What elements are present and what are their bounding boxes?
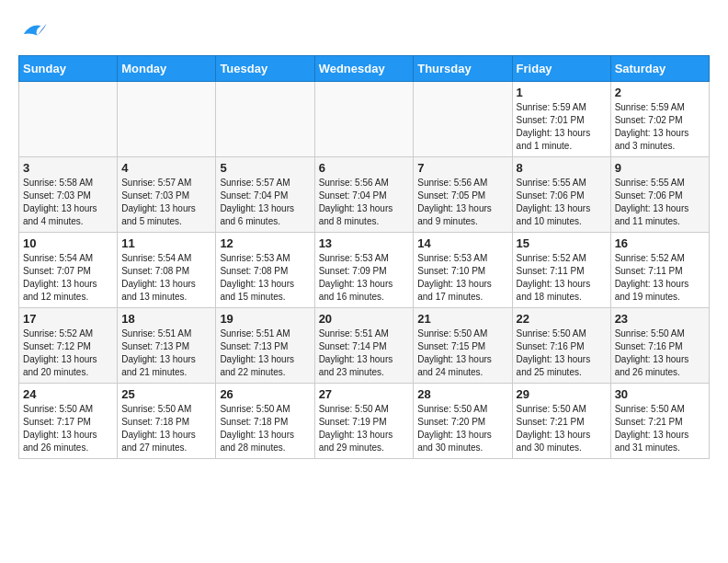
day-number: 4 — [121, 161, 211, 175]
day-info: Sunrise: 5:51 AM Sunset: 7:13 PM Dayligh… — [121, 327, 211, 379]
day-cell: 12Sunrise: 5:53 AM Sunset: 7:08 PM Dayli… — [216, 233, 314, 308]
day-info: Sunrise: 5:54 AM Sunset: 7:07 PM Dayligh… — [23, 252, 113, 304]
day-info: Sunrise: 5:50 AM Sunset: 7:20 PM Dayligh… — [417, 403, 507, 454]
weekday-header-sunday: Sunday — [19, 56, 118, 82]
day-info: Sunrise: 5:50 AM Sunset: 7:19 PM Dayligh… — [319, 403, 410, 454]
day-number: 3 — [23, 161, 113, 175]
day-info: Sunrise: 5:50 AM Sunset: 7:21 PM Dayligh… — [615, 403, 705, 454]
day-info: Sunrise: 5:54 AM Sunset: 7:08 PM Dayligh… — [121, 252, 211, 304]
day-info: Sunrise: 5:51 AM Sunset: 7:13 PM Dayligh… — [220, 327, 310, 379]
day-number: 30 — [615, 387, 705, 401]
day-cell: 26Sunrise: 5:50 AM Sunset: 7:18 PM Dayli… — [216, 384, 314, 459]
weekday-header-row: SundayMondayTuesdayWednesdayThursdayFrid… — [19, 56, 710, 82]
day-info: Sunrise: 5:59 AM Sunset: 7:01 PM Dayligh… — [517, 101, 607, 153]
day-number: 2 — [615, 86, 705, 99]
day-info: Sunrise: 5:55 AM Sunset: 7:06 PM Dayligh… — [615, 177, 705, 228]
day-cell: 28Sunrise: 5:50 AM Sunset: 7:20 PM Dayli… — [414, 384, 512, 459]
day-info: Sunrise: 5:57 AM Sunset: 7:04 PM Dayligh… — [220, 177, 310, 228]
day-number: 12 — [220, 236, 310, 250]
day-number: 20 — [319, 312, 410, 326]
day-cell — [19, 82, 118, 157]
day-cell: 4Sunrise: 5:57 AM Sunset: 7:03 PM Daylig… — [118, 157, 216, 233]
day-number: 21 — [417, 312, 507, 326]
calendar-table: SundayMondayTuesdayWednesdayThursdayFrid… — [18, 55, 710, 459]
day-number: 8 — [517, 161, 607, 175]
day-number: 15 — [517, 236, 607, 250]
day-cell: 17Sunrise: 5:52 AM Sunset: 7:12 PM Dayli… — [19, 308, 118, 384]
logo-bird-icon — [20, 18, 48, 46]
day-info: Sunrise: 5:58 AM Sunset: 7:03 PM Dayligh… — [23, 177, 113, 228]
day-number: 6 — [319, 161, 410, 175]
day-cell: 6Sunrise: 5:56 AM Sunset: 7:04 PM Daylig… — [314, 157, 414, 233]
day-cell: 3Sunrise: 5:58 AM Sunset: 7:03 PM Daylig… — [19, 157, 118, 233]
day-cell — [314, 82, 414, 157]
week-row-1: 1Sunrise: 5:59 AM Sunset: 7:01 PM Daylig… — [19, 82, 710, 157]
day-cell: 11Sunrise: 5:54 AM Sunset: 7:08 PM Dayli… — [118, 233, 216, 308]
day-number: 16 — [615, 236, 705, 250]
day-info: Sunrise: 5:52 AM Sunset: 7:12 PM Dayligh… — [23, 327, 113, 379]
day-cell: 9Sunrise: 5:55 AM Sunset: 7:06 PM Daylig… — [610, 157, 709, 233]
day-info: Sunrise: 5:52 AM Sunset: 7:11 PM Dayligh… — [615, 252, 705, 304]
day-number: 9 — [615, 161, 705, 175]
day-info: Sunrise: 5:50 AM Sunset: 7:15 PM Dayligh… — [417, 327, 507, 379]
day-cell — [118, 82, 216, 157]
day-cell: 1Sunrise: 5:59 AM Sunset: 7:01 PM Daylig… — [512, 82, 610, 157]
weekday-header-thursday: Thursday — [414, 56, 512, 82]
day-cell: 15Sunrise: 5:52 AM Sunset: 7:11 PM Dayli… — [512, 233, 610, 308]
day-cell: 7Sunrise: 5:56 AM Sunset: 7:05 PM Daylig… — [414, 157, 512, 233]
day-number: 23 — [615, 312, 705, 326]
weekday-header-wednesday: Wednesday — [314, 56, 414, 82]
day-info: Sunrise: 5:50 AM Sunset: 7:16 PM Dayligh… — [615, 327, 705, 379]
day-info: Sunrise: 5:56 AM Sunset: 7:04 PM Dayligh… — [319, 177, 410, 228]
day-number: 24 — [23, 387, 113, 401]
day-number: 27 — [319, 387, 410, 401]
day-cell: 5Sunrise: 5:57 AM Sunset: 7:04 PM Daylig… — [216, 157, 314, 233]
day-number: 14 — [417, 236, 507, 250]
day-number: 11 — [121, 236, 211, 250]
weekday-header-monday: Monday — [118, 56, 216, 82]
page-header — [18, 18, 710, 46]
week-row-5: 24Sunrise: 5:50 AM Sunset: 7:17 PM Dayli… — [19, 384, 710, 459]
day-number: 22 — [517, 312, 607, 326]
day-info: Sunrise: 5:50 AM Sunset: 7:21 PM Dayligh… — [517, 403, 607, 454]
day-cell: 23Sunrise: 5:50 AM Sunset: 7:16 PM Dayli… — [610, 308, 709, 384]
day-cell: 18Sunrise: 5:51 AM Sunset: 7:13 PM Dayli… — [118, 308, 216, 384]
day-cell: 8Sunrise: 5:55 AM Sunset: 7:06 PM Daylig… — [512, 157, 610, 233]
day-info: Sunrise: 5:50 AM Sunset: 7:18 PM Dayligh… — [220, 403, 310, 454]
day-cell — [414, 82, 512, 157]
day-cell: 22Sunrise: 5:50 AM Sunset: 7:16 PM Dayli… — [512, 308, 610, 384]
day-info: Sunrise: 5:57 AM Sunset: 7:03 PM Dayligh… — [121, 177, 211, 228]
day-number: 10 — [23, 236, 113, 250]
week-row-3: 10Sunrise: 5:54 AM Sunset: 7:07 PM Dayli… — [19, 233, 710, 308]
day-cell: 2Sunrise: 5:59 AM Sunset: 7:02 PM Daylig… — [610, 82, 709, 157]
day-cell: 10Sunrise: 5:54 AM Sunset: 7:07 PM Dayli… — [19, 233, 118, 308]
day-info: Sunrise: 5:53 AM Sunset: 7:09 PM Dayligh… — [319, 252, 410, 304]
day-info: Sunrise: 5:50 AM Sunset: 7:16 PM Dayligh… — [517, 327, 607, 379]
day-info: Sunrise: 5:59 AM Sunset: 7:02 PM Dayligh… — [615, 101, 705, 153]
day-number: 1 — [517, 86, 607, 99]
day-cell: 25Sunrise: 5:50 AM Sunset: 7:18 PM Dayli… — [118, 384, 216, 459]
day-number: 29 — [517, 387, 607, 401]
day-number: 28 — [417, 387, 507, 401]
day-cell: 16Sunrise: 5:52 AM Sunset: 7:11 PM Dayli… — [610, 233, 709, 308]
day-number: 19 — [220, 312, 310, 326]
day-cell: 14Sunrise: 5:53 AM Sunset: 7:10 PM Dayli… — [414, 233, 512, 308]
day-cell: 30Sunrise: 5:50 AM Sunset: 7:21 PM Dayli… — [610, 384, 709, 459]
day-cell — [216, 82, 314, 157]
day-number: 13 — [319, 236, 410, 250]
logo — [18, 18, 48, 46]
day-number: 18 — [121, 312, 211, 326]
week-row-4: 17Sunrise: 5:52 AM Sunset: 7:12 PM Dayli… — [19, 308, 710, 384]
day-info: Sunrise: 5:53 AM Sunset: 7:08 PM Dayligh… — [220, 252, 310, 304]
day-number: 5 — [220, 161, 310, 175]
day-info: Sunrise: 5:53 AM Sunset: 7:10 PM Dayligh… — [417, 252, 507, 304]
day-info: Sunrise: 5:52 AM Sunset: 7:11 PM Dayligh… — [517, 252, 607, 304]
day-cell: 27Sunrise: 5:50 AM Sunset: 7:19 PM Dayli… — [314, 384, 414, 459]
weekday-header-friday: Friday — [512, 56, 610, 82]
day-info: Sunrise: 5:50 AM Sunset: 7:18 PM Dayligh… — [121, 403, 211, 454]
day-info: Sunrise: 5:50 AM Sunset: 7:17 PM Dayligh… — [23, 403, 113, 454]
day-number: 17 — [23, 312, 113, 326]
day-number: 26 — [220, 387, 310, 401]
weekday-header-tuesday: Tuesday — [216, 56, 314, 82]
day-number: 25 — [121, 387, 211, 401]
